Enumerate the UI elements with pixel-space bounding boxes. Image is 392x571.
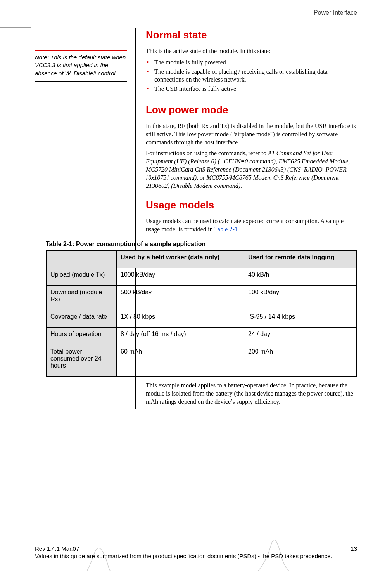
table-row: Upload (module Tx) 1000 kB/day 40 kB/h [46, 268, 357, 285]
normal-state-intro: This is the active state of the module. … [146, 47, 357, 56]
low-power-para2: For instructions on using the commands, … [146, 149, 357, 190]
text-run: , [276, 158, 279, 165]
heading-normal-state: Normal state [146, 29, 357, 41]
header-divider [0, 27, 31, 28]
table-row: Coverage / data rate 1X / 80 kbps IS-95 … [46, 310, 357, 327]
cell: 1000 kB/day [117, 268, 244, 285]
cell: 40 kB/h [244, 268, 357, 285]
list-item: The USB interface is fully active. [146, 85, 357, 93]
page-footer: Rev 1.4.1 Mar.07 13 Values in this guide… [35, 545, 357, 559]
watermark [0, 519, 392, 571]
cell: 24 / day [244, 327, 357, 345]
margin-note: Note: This is the default state when VCC… [35, 50, 127, 82]
row-label: Hours of operation [46, 327, 117, 345]
row-label: Coverage / data rate [46, 310, 117, 327]
text-run: . [240, 182, 242, 189]
cell: 500 kB/day [117, 285, 244, 310]
table-row: Total power consumed over 24 hours 60 mA… [46, 345, 357, 377]
table-row: Hours of operation 8 / day (off 16 hrs /… [46, 327, 357, 345]
note-label: Note: [35, 54, 49, 61]
low-power-para1: In this state, RF (both Rx and Tx) is di… [146, 122, 357, 146]
row-label: Download (module Rx) [46, 285, 117, 310]
footer-rev: Rev 1.4.1 Mar.07 [35, 545, 79, 552]
heading-low-power: Low power mode [146, 104, 357, 116]
text-run: Usage models can be used to calculate ex… [146, 218, 344, 233]
list-item: The module is fully powered. [146, 59, 357, 67]
table-2-1-wrap: Table 2-1: Power consumption of a sample… [46, 241, 357, 377]
usage-models-para: Usage models can be used to calculate ex… [146, 217, 357, 234]
table-crossref-link[interactable]: Table 2-1 [214, 226, 238, 233]
cell: 60 mAh [117, 345, 244, 377]
table-header: Used by a field worker (data only) [117, 250, 244, 268]
cell: 100 kB/day [244, 285, 357, 310]
table-header-blank [46, 250, 117, 268]
text-run: , or [197, 174, 206, 181]
heading-usage-models: Usage models [146, 199, 357, 211]
cell: 200 mAh [244, 345, 357, 377]
note-text: This is the default state when VCC3.3 is… [35, 54, 126, 76]
usage-models-after-table: This example model applies to a battery-… [146, 382, 357, 406]
table-header: Used for remote data logging [244, 250, 357, 268]
header-section-title: Power Interface [35, 9, 357, 16]
table-row: Download (module Rx) 500 kB/day 100 kB/d… [46, 285, 357, 310]
row-label: Total power consumed over 24 hours [46, 345, 117, 377]
text-run: . [238, 226, 239, 233]
row-label: Upload (module Tx) [46, 268, 117, 285]
list-item: The module is capable of placing / recei… [146, 68, 357, 84]
main-column: Normal state This is the active state of… [135, 28, 357, 409]
normal-state-bullets: The module is fully powered. The module … [146, 59, 357, 93]
power-consumption-table: Used by a field worker (data only) Used … [46, 250, 357, 377]
margin-sidebar: Note: This is the default state when VCC… [35, 28, 135, 82]
text-run: For instructions on using the commands, … [146, 150, 268, 156]
table-caption: Table 2-1: Power consumption of a sample… [46, 241, 357, 248]
footer-note: Values in this guide are summarized from… [35, 553, 357, 559]
cell: IS-95 / 14.4 kbps [244, 310, 357, 327]
cell: 1X / 80 kbps [117, 310, 244, 327]
cell: 8 / day (off 16 hrs / day) [117, 327, 244, 345]
footer-page-number: 13 [351, 545, 357, 552]
